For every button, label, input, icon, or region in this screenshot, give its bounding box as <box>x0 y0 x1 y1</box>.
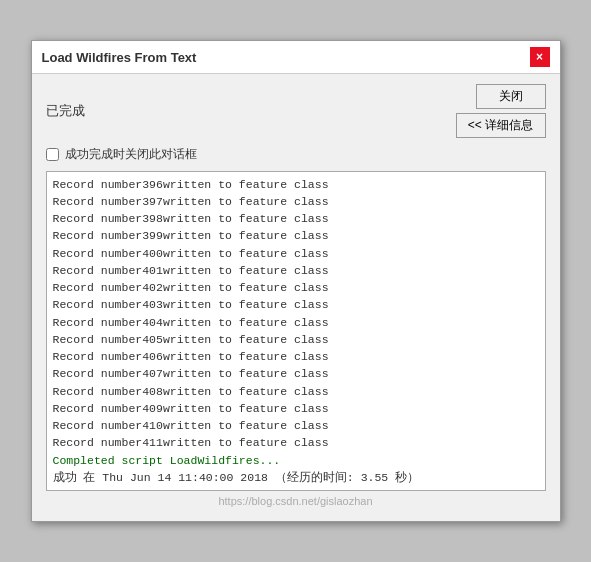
log-line: Completed script LoadWildfires... <box>53 452 539 469</box>
auto-close-checkbox[interactable] <box>46 148 59 161</box>
log-line: Record number396written to feature class <box>53 176 539 193</box>
log-line: Record number400written to feature class <box>53 245 539 262</box>
checkbox-label: 成功完成时关闭此对话框 <box>65 146 197 163</box>
dialog-title: Load Wildfires From Text <box>42 50 197 65</box>
load-wildfires-dialog: Load Wildfires From Text × 已完成 关闭 << 详细信… <box>31 40 561 522</box>
close-dialog-button[interactable]: 关闭 <box>476 84 546 109</box>
log-line: Record number408written to feature class <box>53 383 539 400</box>
log-line: Record number402written to feature class <box>53 279 539 296</box>
log-line: Record number398written to feature class <box>53 210 539 227</box>
log-line: Record number404written to feature class <box>53 314 539 331</box>
status-text: 已完成 <box>46 102 85 120</box>
title-bar: Load Wildfires From Text × <box>32 41 560 74</box>
log-area[interactable]: Record number394written to feature class… <box>46 171 546 491</box>
detail-button[interactable]: << 详细信息 <box>456 113 546 138</box>
dialog-body: 已完成 关闭 << 详细信息 成功完成时关闭此对话框 Record number… <box>32 74 560 521</box>
log-line: Record number403written to feature class <box>53 296 539 313</box>
button-row: 关闭 << 详细信息 <box>456 84 546 138</box>
status-row: 已完成 关闭 << 详细信息 <box>46 84 546 138</box>
checkbox-row: 成功完成时关闭此对话框 <box>46 146 546 163</box>
log-line: Record number409written to feature class <box>53 400 539 417</box>
log-line: 成功 在 Thu Jun 14 11:40:00 2018 （经历的时间: 3.… <box>53 469 539 486</box>
log-line: Record number399written to feature class <box>53 227 539 244</box>
log-line: Record number401written to feature class <box>53 262 539 279</box>
watermark: https://blog.csdn.net/gislaozhan <box>46 495 546 511</box>
log-line: Record number407written to feature class <box>53 365 539 382</box>
log-line: Record number405written to feature class <box>53 331 539 348</box>
close-x-button[interactable]: × <box>530 47 550 67</box>
log-line: Record number410written to feature class <box>53 417 539 434</box>
log-line: Record number411written to feature class <box>53 434 539 451</box>
log-line: Record number406written to feature class <box>53 348 539 365</box>
log-line: Record number397written to feature class <box>53 193 539 210</box>
